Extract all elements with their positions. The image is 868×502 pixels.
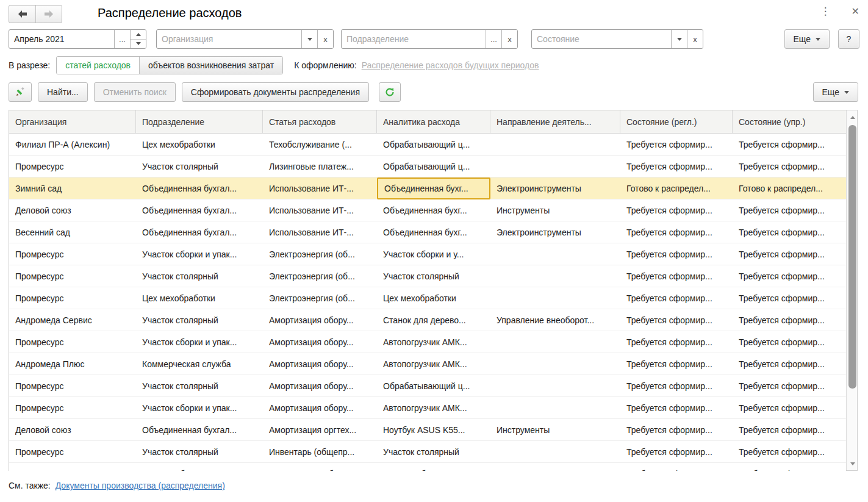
table-cell[interactable]: Требуется сформир...: [733, 375, 846, 397]
table-row[interactable]: ПромресурсУчасток столярныйИнвентарь (об…: [9, 441, 846, 463]
table-cell[interactable]: Промресурс: [9, 441, 136, 463]
table-cell[interactable]: Электроэнергия (об...: [263, 265, 377, 287]
table-cell[interactable]: Промресурс: [9, 156, 136, 177]
table-cell[interactable]: Требуется сформир...: [620, 309, 733, 331]
table-cell[interactable]: [490, 353, 620, 375]
table-cell[interactable]: [490, 463, 620, 471]
table-cell[interactable]: Участок сборки и упак...: [136, 397, 263, 419]
table-cell[interactable]: Инструменты: [490, 199, 620, 221]
production-documents-link[interactable]: Документы производства (распределения): [56, 481, 225, 490]
table-cell[interactable]: [490, 156, 620, 177]
table-row[interactable]: Андромеда ПлюсКоммерческая службаАмортиз…: [9, 353, 846, 375]
department-input[interactable]: Подразделение: [342, 30, 486, 48]
state-input[interactable]: Состояние: [532, 30, 671, 48]
edit-button[interactable]: [9, 82, 32, 102]
table-cell[interactable]: Весенний сад: [9, 221, 136, 243]
table-cell[interactable]: Ноутбук ASUS K55...: [377, 419, 490, 441]
organization-input[interactable]: Организация: [157, 30, 301, 48]
table-cell[interactable]: Цех мехобработки: [377, 287, 490, 309]
table-cell[interactable]: Электроинструменты: [490, 177, 620, 199]
column-header-organization[interactable]: Организация: [9, 110, 136, 133]
table-cell[interactable]: Участок сборки и упак...: [136, 331, 263, 353]
table-cell[interactable]: Цех мехобработки: [136, 134, 263, 156]
table-cell[interactable]: Требуется сформир...: [620, 353, 733, 375]
organization-dropdown-button[interactable]: [301, 30, 317, 48]
table-cell[interactable]: Требуется сформир...: [733, 287, 846, 309]
table-row[interactable]: ПромресурсУчасток столярныйАмортизация о…: [9, 375, 846, 397]
table-cell[interactable]: Готово к распредел...: [733, 177, 846, 199]
table-row[interactable]: ПромресурсУчасток сборки и упак...Электр…: [9, 243, 846, 265]
table-cell[interactable]: Амортизация обору...: [263, 463, 377, 471]
table-cell[interactable]: Коммерческая служба: [136, 353, 263, 375]
table-cell[interactable]: Автопогрузчик АМК...: [377, 397, 490, 419]
deferred-expenses-link[interactable]: Распределение расходов будущих периодов: [362, 60, 539, 70]
table-cell[interactable]: Требуется сформир...: [733, 134, 846, 156]
table-cell[interactable]: Участок столярный: [377, 265, 490, 287]
table-cell[interactable]: [490, 134, 620, 156]
department-clear-button[interactable]: x: [501, 30, 517, 48]
kebab-menu-icon[interactable]: ⋮: [820, 6, 831, 16]
table-cell[interactable]: Амортизация обору...: [263, 397, 377, 419]
table-more-button[interactable]: Еще: [813, 82, 859, 102]
table-cell[interactable]: Обрабатывающий ц...: [377, 134, 490, 156]
table-cell[interactable]: Участок сборки и упак...: [136, 243, 263, 265]
table-cell[interactable]: Требуется сформир...: [620, 221, 733, 243]
table-row-partial[interactable]: ПромресурсУчасток сборки и упак...Аморти…: [9, 463, 846, 471]
period-spin-down-button[interactable]: [131, 39, 146, 49]
forward-button[interactable]: [35, 5, 62, 23]
table-cell[interactable]: Требуется сформир...: [620, 199, 733, 221]
table-cell[interactable]: Промресурс: [9, 265, 136, 287]
table-cell[interactable]: Участок сборки и упак...: [136, 463, 263, 471]
table-cell[interactable]: Управление внеоборот...: [490, 309, 620, 331]
table-cell[interactable]: Амортизация обору...: [263, 375, 377, 397]
table-cell[interactable]: Амортизация обору...: [263, 331, 377, 353]
table-cell[interactable]: Автопогрузчик АМК...: [377, 353, 490, 375]
table-cell[interactable]: Требуется сформир...: [620, 134, 733, 156]
table-cell[interactable]: Требуется сформир...: [620, 156, 733, 177]
table-cell[interactable]: Промресурс: [9, 463, 136, 471]
refresh-button[interactable]: [379, 82, 401, 102]
toggle-option-expense-items[interactable]: статей расходов: [57, 57, 139, 74]
table-cell[interactable]: Участок столярный: [136, 441, 263, 463]
table-cell[interactable]: Андромеда Сервис: [9, 309, 136, 331]
column-header-department[interactable]: Подразделение: [136, 110, 263, 133]
table-cell[interactable]: Промресурс: [9, 331, 136, 353]
table-cell[interactable]: Объединенная бухгал...: [136, 419, 263, 441]
table-cell[interactable]: [490, 397, 620, 419]
table-row[interactable]: ПромресурсУчасток столярныйЭлектроэнерги…: [9, 265, 846, 287]
cancel-search-button[interactable]: Отменить поиск: [94, 82, 176, 102]
table-cell[interactable]: Амортизация обору...: [263, 309, 377, 331]
table-cell[interactable]: Объединенная бухг...: [377, 221, 490, 243]
table-row[interactable]: Андромеда СервисУчасток столярныйАмортиз…: [9, 309, 846, 331]
table-cell[interactable]: Станок для дерево...: [377, 309, 490, 331]
column-header-expense-item[interactable]: Статья расходов: [263, 110, 377, 133]
table-cell[interactable]: Требуется сформир...: [620, 243, 733, 265]
table-cell[interactable]: [490, 441, 620, 463]
table-cell[interactable]: Объединенная бухгал...: [136, 177, 263, 199]
column-header-state-regl[interactable]: Состояние (регл.): [620, 110, 733, 133]
table-cell[interactable]: [490, 265, 620, 287]
table-cell[interactable]: Использование ИТ-...: [263, 199, 377, 221]
table-cell[interactable]: Участок столярный: [136, 375, 263, 397]
table-cell[interactable]: Обрабатывающий ц...: [377, 156, 490, 177]
table-cell[interactable]: Техобслуживание (...: [263, 134, 377, 156]
organization-clear-button[interactable]: x: [317, 30, 333, 48]
table-row[interactable]: ПромресурсЦех мехобработкиЭлектроэнергия…: [9, 287, 846, 309]
table-cell[interactable]: Деловой союз: [9, 199, 136, 221]
table-cell[interactable]: Электроэнергия (об...: [263, 243, 377, 265]
table-cell[interactable]: Требуется сформир...: [733, 353, 846, 375]
table-cell[interactable]: Цех мехобработки: [136, 287, 263, 309]
table-cell[interactable]: Требуется сформир...: [620, 419, 733, 441]
filters-more-button[interactable]: Еще: [784, 29, 830, 49]
table-cell[interactable]: Требуется сформир...: [733, 441, 846, 463]
table-cell[interactable]: Требуется сформир...: [733, 419, 846, 441]
table-cell[interactable]: Обрабатывающий ц...: [377, 375, 490, 397]
table-cell[interactable]: Требуется сформир...: [733, 221, 846, 243]
table-cell[interactable]: Деловой союз: [9, 419, 136, 441]
table-cell[interactable]: Требуется сформир...: [620, 287, 733, 309]
table-cell[interactable]: [490, 331, 620, 353]
table-cell[interactable]: Использование ИТ-...: [263, 221, 377, 243]
period-input[interactable]: Апрель 2021: [9, 30, 114, 48]
table-cell[interactable]: Электроинструменты: [490, 221, 620, 243]
table-cell[interactable]: [490, 243, 620, 265]
